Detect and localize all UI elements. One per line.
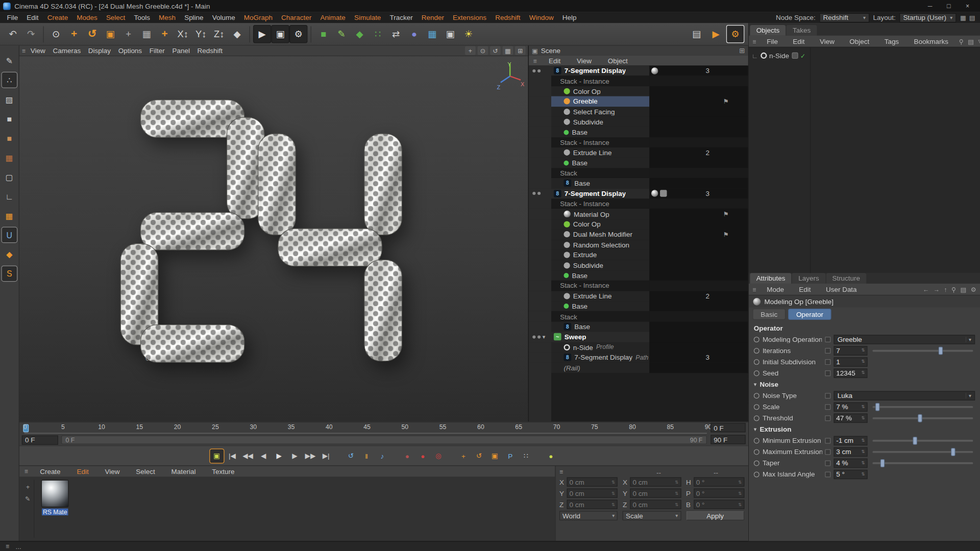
points-mode-icon[interactable]: ∴ bbox=[2, 72, 17, 87]
scene-row-select-facing[interactable]: Select Facing bbox=[529, 107, 748, 117]
cloner-button[interactable]: ▦ bbox=[423, 25, 442, 43]
render-film-button[interactable]: ▤ bbox=[688, 25, 706, 43]
hamburger-icon[interactable]: ≡ bbox=[22, 47, 26, 54]
live-selection-tool[interactable]: ⊙ bbox=[47, 25, 65, 43]
port-checkbox[interactable] bbox=[825, 460, 830, 466]
grid-icon[interactable]: ▦ bbox=[960, 14, 966, 21]
slider-iterations[interactable] bbox=[872, 349, 973, 352]
coord-field-2-p[interactable]: 0 °⇅ bbox=[694, 489, 745, 498]
menu-extensions[interactable]: Extensions bbox=[449, 14, 491, 21]
viewport-menu-cameras[interactable]: Cameras bbox=[49, 47, 84, 55]
coord-field-1-x[interactable]: 0 cm⇅ bbox=[630, 478, 681, 487]
attr-menu-user-data[interactable]: User Data bbox=[821, 286, 861, 293]
keyframe-bars-button[interactable]: ‖ bbox=[360, 449, 374, 463]
forward-icon[interactable]: → bbox=[933, 286, 939, 292]
scale-tool[interactable]: ▣ bbox=[101, 25, 119, 43]
stepper-icon[interactable]: ⇅ bbox=[862, 348, 865, 353]
goto-start-button[interactable]: |◀ bbox=[225, 449, 239, 463]
material-thumbnail[interactable] bbox=[41, 480, 69, 507]
timeline-scrollbar[interactable]: 0 F 90 F bbox=[61, 435, 707, 444]
viewport-menu-display[interactable]: Display bbox=[84, 47, 114, 55]
port-checkbox[interactable] bbox=[825, 449, 830, 455]
viewport-menu-options[interactable]: Options bbox=[114, 47, 145, 55]
stepper-icon[interactable]: ⇅ bbox=[675, 502, 678, 507]
material-menu-create[interactable]: Create bbox=[36, 468, 65, 475]
close-button[interactable]: × bbox=[958, 0, 977, 12]
expand-caret-icon[interactable]: ▾ bbox=[543, 334, 546, 340]
gear-icon[interactable]: ⚙ bbox=[971, 286, 976, 292]
stepper-icon[interactable]: ⇅ bbox=[862, 404, 865, 409]
keyframe-circle-icon[interactable] bbox=[754, 359, 760, 364]
render-view-button[interactable]: ▶ bbox=[253, 25, 272, 43]
layout-dropdown[interactable]: Startup (User) ▾ bbox=[899, 13, 957, 22]
maximize-button[interactable]: □ bbox=[939, 0, 958, 12]
add-tool[interactable]: + bbox=[156, 25, 174, 43]
field-maximum-extrusion[interactable]: 3 cm⇅ bbox=[834, 447, 867, 456]
settings-gear-button[interactable]: ⚙ bbox=[726, 25, 745, 43]
hamburger-icon[interactable]: ≡ bbox=[533, 57, 536, 64]
viewport-menu-view[interactable]: View bbox=[27, 47, 49, 55]
frame-field[interactable]: 0 F bbox=[22, 435, 58, 444]
stepper-icon[interactable]: ⇅ bbox=[862, 359, 865, 364]
scene-row-sweep[interactable]: ▾~Sweep bbox=[529, 332, 748, 342]
attr-menu-mode[interactable]: Mode bbox=[763, 286, 789, 293]
node-space-dropdown[interactable]: Redshift ▾ bbox=[819, 13, 869, 22]
goto-end-button[interactable]: ▶| bbox=[319, 449, 333, 463]
collapse-triangle-icon[interactable]: ▾ bbox=[754, 426, 757, 432]
stepper-icon[interactable]: ⇅ bbox=[862, 471, 865, 477]
timeline-ruler[interactable]: 051015202530354045505560657075808590 bbox=[24, 423, 707, 434]
instance-button[interactable]: ∷ bbox=[369, 25, 387, 43]
objects-menu-bookmarks[interactable]: Bookmarks bbox=[910, 37, 953, 45]
menu-file[interactable]: File bbox=[3, 14, 22, 21]
keyframe-selection-button[interactable]: ◎ bbox=[432, 449, 446, 463]
coord-dropdown-scale[interactable]: Scale▾ bbox=[623, 511, 681, 520]
next-frame-button[interactable]: ▶ bbox=[288, 449, 302, 463]
move-tool[interactable]: + bbox=[65, 25, 83, 43]
scene-menu-edit[interactable]: Edit bbox=[544, 57, 565, 64]
section-extrusion[interactable]: ▾Extrusion bbox=[754, 423, 975, 435]
model-mode-icon[interactable]: ■ bbox=[2, 131, 17, 145]
coord-field-2-h[interactable]: 0 °⇅ bbox=[694, 478, 745, 487]
menu-volume[interactable]: Volume bbox=[208, 14, 239, 21]
coord-field-2-b[interactable]: 0 °⇅ bbox=[694, 500, 745, 509]
add-material-icon[interactable]: + bbox=[26, 484, 30, 490]
scene-row-random-selection[interactable]: Random Selection bbox=[529, 240, 748, 250]
layout-panel-icon[interactable]: ▤ bbox=[969, 14, 975, 21]
keyframe-circle-icon[interactable] bbox=[754, 404, 760, 410]
menu-mesh[interactable]: Mesh bbox=[154, 14, 180, 21]
scene-row-7-segment-display[interactable]: 87-Segment Display3 bbox=[529, 66, 748, 76]
port-checkbox[interactable] bbox=[825, 336, 830, 342]
hamburger-icon[interactable]: ≡ bbox=[752, 286, 756, 292]
collapse-triangle-icon[interactable]: ▾ bbox=[754, 381, 757, 387]
volume-button[interactable]: ● bbox=[405, 25, 423, 43]
coordinate-system[interactable]: ◆ bbox=[228, 25, 247, 43]
visibility-dot-icon[interactable] bbox=[532, 69, 535, 72]
slider-handle[interactable] bbox=[939, 346, 943, 355]
lock-z-axis[interactable]: Z↕ bbox=[210, 25, 228, 43]
slider-threshold[interactable] bbox=[872, 417, 973, 419]
field-iterations[interactable]: 7⇅ bbox=[834, 346, 867, 355]
visibility-dot-icon[interactable] bbox=[537, 69, 541, 72]
port-checkbox[interactable] bbox=[825, 370, 830, 376]
lock-y-axis[interactable]: Y↕ bbox=[192, 25, 210, 43]
symmetry-button[interactable]: ⇄ bbox=[387, 25, 405, 43]
port-checkbox[interactable] bbox=[825, 415, 830, 421]
keyframe-circle-icon[interactable] bbox=[754, 336, 760, 342]
add-cube-button[interactable]: ■ bbox=[314, 25, 333, 43]
gray-tag-icon[interactable] bbox=[660, 190, 667, 197]
scene-row-stack[interactable]: Stack bbox=[529, 168, 748, 178]
field-taper[interactable]: 4 %⇅ bbox=[834, 458, 867, 467]
scene-row-extrude-line[interactable]: Extrude Line2 bbox=[529, 291, 748, 301]
stepper-icon[interactable]: ⇅ bbox=[675, 491, 678, 496]
scene-row-base[interactable]: 8Base bbox=[529, 178, 748, 188]
record-position-button[interactable]: + bbox=[456, 449, 470, 463]
back-icon[interactable]: ← bbox=[923, 286, 929, 292]
scene-row-stack[interactable]: Stack bbox=[529, 311, 748, 321]
stepper-icon[interactable]: ⇅ bbox=[738, 491, 742, 496]
solo-button[interactable]: ● bbox=[544, 449, 558, 463]
field-minimum-extrusion[interactable]: -1 cm⇅ bbox=[834, 436, 867, 445]
visibility-dot-icon[interactable] bbox=[532, 192, 535, 195]
objects-menu-view[interactable]: View bbox=[815, 37, 839, 45]
visibility-dot-icon[interactable] bbox=[537, 335, 541, 338]
menu-window[interactable]: Window bbox=[525, 14, 558, 21]
